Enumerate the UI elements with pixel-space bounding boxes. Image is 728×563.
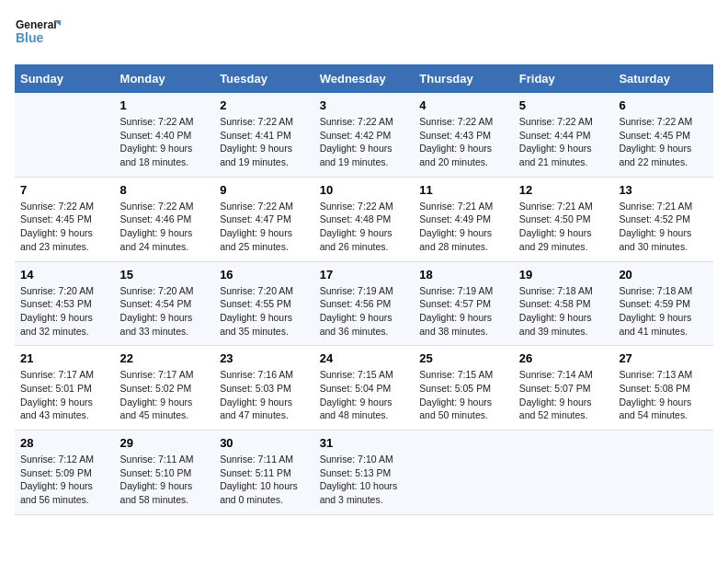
- calendar-cell: 18 Sunrise: 7:19 AMSunset: 4:57 PMDaylig…: [414, 261, 514, 346]
- calendar-cell: 21 Sunrise: 7:17 AMSunset: 5:01 PMDaylig…: [15, 346, 115, 431]
- cell-info: Sunrise: 7:11 AMSunset: 5:11 PMDaylight:…: [220, 453, 309, 507]
- date-number: 17: [320, 268, 409, 282]
- cell-info: Sunrise: 7:20 AMSunset: 4:53 PMDaylight:…: [20, 284, 109, 339]
- date-number: 23: [220, 351, 309, 365]
- date-number: 11: [419, 183, 508, 197]
- date-number: 6: [619, 98, 708, 112]
- calendar-cell: [15, 93, 115, 177]
- date-number: 8: [120, 183, 210, 197]
- date-number: 20: [619, 268, 708, 282]
- date-number: 29: [120, 436, 210, 450]
- logo: General Blue: [15, 15, 61, 53]
- calendar-cell: 14 Sunrise: 7:20 AMSunset: 4:53 PMDaylig…: [15, 261, 115, 346]
- calendar-cell: 6 Sunrise: 7:22 AMSunset: 4:45 PMDayligh…: [613, 93, 713, 177]
- header-row: SundayMondayTuesdayWednesdayThursdayFrid…: [15, 64, 713, 93]
- calendar-cell: 30 Sunrise: 7:11 AMSunset: 5:11 PMDaylig…: [214, 431, 314, 515]
- day-header-thursday: Thursday: [414, 64, 514, 93]
- calendar-cell: 9 Sunrise: 7:22 AMSunset: 4:47 PMDayligh…: [214, 177, 314, 261]
- calendar-cell: 8 Sunrise: 7:22 AMSunset: 4:46 PMDayligh…: [115, 177, 215, 261]
- calendar-cell: 25 Sunrise: 7:15 AMSunset: 5:05 PMDaylig…: [414, 346, 514, 431]
- calendar-cell: 11 Sunrise: 7:21 AMSunset: 4:49 PMDaylig…: [414, 177, 514, 261]
- cell-info: Sunrise: 7:21 AMSunset: 4:50 PMDaylight:…: [519, 200, 609, 254]
- cell-info: Sunrise: 7:22 AMSunset: 4:47 PMDaylight:…: [220, 200, 309, 254]
- calendar-cell: 19 Sunrise: 7:18 AMSunset: 4:58 PMDaylig…: [514, 261, 614, 346]
- week-row-1: 1 Sunrise: 7:22 AMSunset: 4:40 PMDayligh…: [15, 93, 713, 177]
- date-number: 25: [419, 351, 508, 365]
- calendar-cell: 27 Sunrise: 7:13 AMSunset: 5:08 PMDaylig…: [613, 346, 713, 431]
- cell-info: Sunrise: 7:22 AMSunset: 4:44 PMDaylight:…: [519, 115, 609, 169]
- calendar-cell: 31 Sunrise: 7:10 AMSunset: 5:13 PMDaylig…: [314, 431, 415, 515]
- calendar-cell: 16 Sunrise: 7:20 AMSunset: 4:55 PMDaylig…: [214, 261, 314, 346]
- cell-info: Sunrise: 7:22 AMSunset: 4:46 PMDaylight:…: [120, 200, 210, 254]
- date-number: 19: [519, 268, 609, 282]
- cell-info: Sunrise: 7:19 AMSunset: 4:57 PMDaylight:…: [419, 284, 508, 339]
- cell-info: Sunrise: 7:22 AMSunset: 4:41 PMDaylight:…: [220, 115, 309, 169]
- date-number: 3: [320, 98, 409, 112]
- date-number: 2: [220, 98, 309, 112]
- week-row-3: 14 Sunrise: 7:20 AMSunset: 4:53 PMDaylig…: [15, 261, 713, 346]
- calendar-cell: 5 Sunrise: 7:22 AMSunset: 4:44 PMDayligh…: [514, 93, 614, 177]
- calendar-cell: 28 Sunrise: 7:12 AMSunset: 5:09 PMDaylig…: [15, 431, 115, 515]
- calendar-cell: 22 Sunrise: 7:17 AMSunset: 5:02 PMDaylig…: [115, 346, 215, 431]
- cell-info: Sunrise: 7:22 AMSunset: 4:45 PMDaylight:…: [619, 115, 708, 169]
- date-number: 21: [20, 351, 109, 365]
- cell-info: Sunrise: 7:15 AMSunset: 5:04 PMDaylight:…: [320, 368, 409, 422]
- cell-info: Sunrise: 7:14 AMSunset: 5:07 PMDaylight:…: [519, 368, 609, 422]
- cell-info: Sunrise: 7:11 AMSunset: 5:10 PMDaylight:…: [120, 453, 210, 507]
- cell-info: Sunrise: 7:21 AMSunset: 4:52 PMDaylight:…: [619, 200, 708, 254]
- day-header-tuesday: Tuesday: [214, 64, 314, 93]
- date-number: 30: [220, 436, 309, 450]
- calendar-cell: 29 Sunrise: 7:11 AMSunset: 5:10 PMDaylig…: [115, 431, 215, 515]
- date-number: 26: [519, 351, 609, 365]
- date-number: 24: [320, 351, 409, 365]
- date-number: 4: [419, 98, 508, 112]
- day-header-sunday: Sunday: [15, 64, 115, 93]
- svg-text:Blue: Blue: [16, 30, 44, 45]
- date-number: 1: [120, 98, 210, 112]
- day-header-friday: Friday: [514, 64, 614, 93]
- day-header-saturday: Saturday: [613, 64, 713, 93]
- calendar-cell: 3 Sunrise: 7:22 AMSunset: 4:42 PMDayligh…: [314, 93, 415, 177]
- week-row-2: 7 Sunrise: 7:22 AMSunset: 4:45 PMDayligh…: [15, 177, 713, 261]
- cell-info: Sunrise: 7:22 AMSunset: 4:42 PMDaylight:…: [320, 115, 409, 169]
- calendar-cell: 4 Sunrise: 7:22 AMSunset: 4:43 PMDayligh…: [414, 93, 514, 177]
- calendar-cell: 7 Sunrise: 7:22 AMSunset: 4:45 PMDayligh…: [15, 177, 115, 261]
- calendar-cell: 20 Sunrise: 7:18 AMSunset: 4:59 PMDaylig…: [613, 261, 713, 346]
- date-number: 9: [220, 183, 309, 197]
- calendar-table: SundayMondayTuesdayWednesdayThursdayFrid…: [15, 64, 713, 515]
- logo-svg: General Blue: [15, 15, 61, 53]
- date-number: 27: [619, 351, 708, 365]
- date-number: 13: [619, 183, 708, 197]
- week-row-5: 28 Sunrise: 7:12 AMSunset: 5:09 PMDaylig…: [15, 431, 713, 515]
- cell-info: Sunrise: 7:22 AMSunset: 4:40 PMDaylight:…: [120, 115, 210, 169]
- calendar-cell: 1 Sunrise: 7:22 AMSunset: 4:40 PMDayligh…: [115, 93, 215, 177]
- date-number: 18: [419, 268, 508, 282]
- cell-info: Sunrise: 7:17 AMSunset: 5:01 PMDaylight:…: [20, 368, 109, 422]
- cell-info: Sunrise: 7:20 AMSunset: 4:54 PMDaylight:…: [120, 284, 210, 339]
- date-number: 22: [120, 351, 210, 365]
- calendar-cell: 2 Sunrise: 7:22 AMSunset: 4:41 PMDayligh…: [214, 93, 314, 177]
- date-number: 5: [519, 98, 609, 112]
- calendar-cell: [514, 431, 614, 515]
- cell-info: Sunrise: 7:20 AMSunset: 4:55 PMDaylight:…: [220, 284, 309, 339]
- calendar-cell: [414, 431, 514, 515]
- cell-info: Sunrise: 7:19 AMSunset: 4:56 PMDaylight:…: [320, 284, 409, 339]
- date-number: 31: [320, 436, 409, 450]
- date-number: 15: [120, 268, 210, 282]
- calendar-cell: 12 Sunrise: 7:21 AMSunset: 4:50 PMDaylig…: [514, 177, 614, 261]
- calendar-cell: 26 Sunrise: 7:14 AMSunset: 5:07 PMDaylig…: [514, 346, 614, 431]
- cell-info: Sunrise: 7:18 AMSunset: 4:59 PMDaylight:…: [619, 284, 708, 339]
- date-number: 28: [20, 436, 109, 450]
- calendar-cell: 10 Sunrise: 7:22 AMSunset: 4:48 PMDaylig…: [314, 177, 415, 261]
- date-number: 10: [320, 183, 409, 197]
- cell-info: Sunrise: 7:18 AMSunset: 4:58 PMDaylight:…: [519, 284, 609, 339]
- calendar-cell: 24 Sunrise: 7:15 AMSunset: 5:04 PMDaylig…: [314, 346, 415, 431]
- day-header-wednesday: Wednesday: [314, 64, 415, 93]
- calendar-cell: 13 Sunrise: 7:21 AMSunset: 4:52 PMDaylig…: [613, 177, 713, 261]
- cell-info: Sunrise: 7:22 AMSunset: 4:48 PMDaylight:…: [320, 200, 409, 254]
- calendar-cell: 15 Sunrise: 7:20 AMSunset: 4:54 PMDaylig…: [115, 261, 215, 346]
- date-number: 7: [20, 183, 109, 197]
- cell-info: Sunrise: 7:13 AMSunset: 5:08 PMDaylight:…: [619, 368, 708, 422]
- header: General Blue: [15, 15, 713, 53]
- svg-text:General: General: [16, 18, 57, 31]
